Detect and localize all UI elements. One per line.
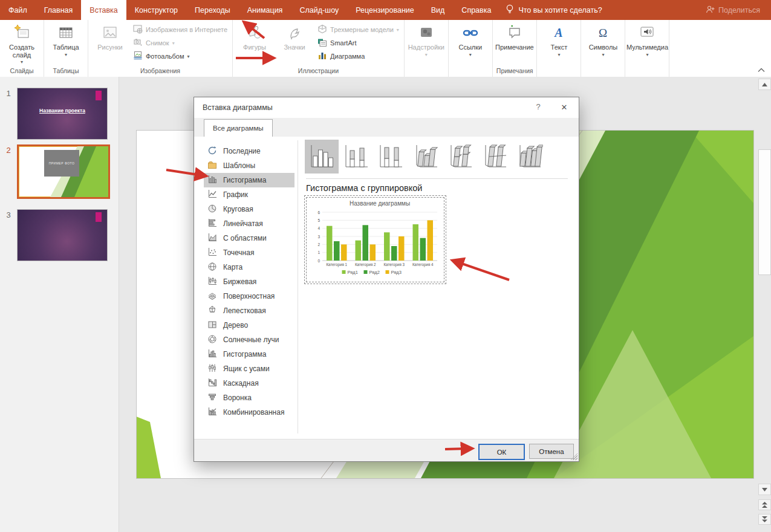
dropdown-caret-icon: ▾ — [646, 52, 648, 57]
chart-type-funnel[interactable]: Воронка — [204, 391, 294, 405]
ribbon-button-label: Таблица — [53, 44, 79, 51]
tab-file[interactable]: Файл — [0, 0, 36, 20]
ok-button[interactable]: ОК — [478, 444, 525, 460]
tab-animations[interactable]: Анимация — [239, 0, 291, 20]
chart-type-waterfall[interactable]: Каскадная — [204, 376, 294, 391]
scroll-up-button[interactable] — [758, 79, 771, 90]
ribbon-button-smartart[interactable]: SmartArt — [315, 36, 402, 50]
chart-type-map[interactable]: Карта — [204, 260, 294, 274]
svg-text:Категория 4: Категория 4 — [412, 262, 434, 267]
dialog-resize-grip[interactable] — [570, 453, 577, 460]
ribbon-button-new-slide[interactable]: Создать слайд▾ — [2, 22, 41, 65]
cancel-button[interactable]: Отмена — [529, 444, 574, 459]
ribbon-group-label — [584, 66, 622, 76]
boxwhisker-icon — [207, 363, 217, 375]
chart-type-templates[interactable]: Шаблоны — [204, 158, 294, 173]
chart-type-bar[interactable]: Линейчатая — [204, 216, 294, 231]
dialog-body: ПоследниеШаблоныГистограммаГрафикКругова… — [194, 137, 579, 440]
chart-type-boxwhisker[interactable]: Ящик с усами — [204, 362, 294, 376]
tell-me-search[interactable]: Что вы хотите сделать? — [506, 0, 602, 20]
chart-type-radar[interactable]: Лепестковая — [204, 303, 294, 318]
chart-type-recent[interactable]: Последние — [204, 144, 294, 158]
scroll-down-button[interactable] — [758, 484, 771, 495]
dropdown-caret-icon: ▾ — [187, 54, 190, 59]
ribbon-button-online-pictures: Изображения в Интернете — [131, 23, 230, 36]
chart-type-label: Лепестковая — [223, 307, 266, 315]
tab-help[interactable]: Справка — [453, 0, 499, 20]
insert-chart-dialog: Вставка диаграммы ? ✕ Все диаграммы Посл… — [194, 97, 579, 462]
tab-transitions[interactable]: Переходы — [186, 0, 239, 20]
svg-text:Категория 1: Категория 1 — [326, 262, 347, 267]
chart-type-stock[interactable]: Биржевая — [204, 274, 294, 289]
radar-icon — [207, 305, 217, 317]
ribbon-button-pictures: Рисунки — [91, 22, 129, 51]
dialog-help-button[interactable]: ? — [530, 102, 546, 114]
app-tabbar: ФайлГлавнаяВставкаКонструкторПереходыАни… — [0, 0, 771, 20]
ribbon-group-Таблицы: Таблица▾Таблицы — [44, 20, 88, 77]
ribbon-button-text[interactable]: AТекст▾ — [539, 22, 578, 57]
collapse-ribbon-button[interactable] — [756, 66, 766, 75]
ribbon-button-photo-album[interactable]: Фотоальбом▾ — [131, 50, 230, 63]
ribbon-group-g4: Надстройки▾ — [405, 20, 449, 77]
slide-thumbnail-3[interactable] — [17, 209, 108, 261]
ribbon-button-addins: Надстройки▾ — [407, 22, 446, 57]
ribbon-button-shapes: Фигуры — [235, 22, 274, 51]
svg-text:Ряд2: Ряд2 — [369, 270, 380, 275]
chart-type-sunburst[interactable]: Солнечные лучи — [204, 332, 294, 347]
chart-preview[interactable]: Название диаграммы0123456Категория 1Кате… — [306, 197, 444, 282]
tab-home[interactable]: Главная — [36, 0, 82, 20]
tab-slideshow[interactable]: Слайд-шоу — [291, 0, 347, 20]
svg-text:Категория 2: Категория 2 — [355, 262, 376, 267]
svg-text:4: 4 — [317, 226, 320, 230]
chart-type-area[interactable]: С областями — [204, 231, 294, 245]
ribbon-group-Слайды: Создать слайд▾Слайды — [0, 20, 44, 77]
ribbon-button-chart[interactable]: Диаграмма — [315, 50, 402, 63]
tab-all-charts[interactable]: Все диаграммы — [204, 119, 273, 137]
dropdown-caret-icon: ▾ — [558, 52, 560, 57]
subtype-heading: Гистограмма с группировкой — [306, 183, 422, 193]
ribbon-button-icons: Значки — [275, 22, 314, 51]
chart-type-line[interactable]: График — [204, 187, 294, 202]
chart-subtype-clustered[interactable] — [305, 140, 339, 174]
ribbon-button-label: Диаграмма — [330, 53, 365, 60]
treemap-icon — [207, 320, 217, 331]
ribbon-button-comment[interactable]: Примечание — [495, 22, 534, 51]
chart-type-treemap[interactable]: Дерево — [204, 318, 294, 332]
chart-subtype-stacked100[interactable] — [374, 140, 408, 174]
dialog-close-button[interactable]: ✕ — [555, 101, 574, 114]
ribbon-button-links[interactable]: Ссылки▾ — [451, 22, 490, 57]
chart-type-combo[interactable]: Комбинированная — [204, 405, 294, 420]
ribbon-button-table[interactable]: Таблица▾ — [47, 22, 85, 57]
chart-type-label: Каскадная — [223, 379, 259, 388]
dialog-titlebar[interactable]: Вставка диаграммы ? ✕ — [194, 97, 579, 118]
tab-view[interactable]: Вид — [423, 0, 454, 20]
chart-type-scatter[interactable]: Точечная — [204, 245, 294, 260]
chart-icon — [317, 51, 327, 62]
ribbon-group-label: Иллюстрации — [235, 66, 402, 76]
tab-design[interactable]: Конструктор — [126, 0, 186, 20]
next-slide-button[interactable] — [758, 514, 771, 525]
slide-thumbnail-1[interactable]: Название проекта — [17, 88, 108, 140]
svg-text:2: 2 — [317, 242, 320, 247]
tab-insert[interactable]: Вставка — [81, 0, 126, 20]
ribbon-button-media[interactable]: Мультимедиа▾ — [628, 22, 666, 57]
text-icon: A — [550, 24, 567, 42]
chart-subtype-3d-stacked[interactable] — [443, 140, 477, 174]
slide-thumbnail-2[interactable]: ПРИМЕР ФОТО — [17, 144, 110, 199]
ribbon-button-symbols[interactable]: ΩСимволы▾ — [584, 22, 622, 57]
vertical-scrollbar-thumb[interactable] — [758, 149, 771, 275]
tab-review[interactable]: Рецензирование — [347, 0, 423, 20]
chart-subtype-3d-clustered[interactable] — [408, 140, 442, 174]
chart-type-label: Биржевая — [223, 277, 256, 286]
previous-slide-button[interactable] — [758, 499, 771, 510]
chart-type-pie[interactable]: Круговая — [204, 202, 294, 216]
chart-type-column[interactable]: Гистограмма — [204, 173, 294, 187]
chart-type-histogram-2[interactable]: Гистограмма — [204, 347, 294, 362]
chart-subtype-3d-stacked100[interactable] — [477, 140, 511, 174]
chart-subtype-3d-column[interactable] — [512, 140, 545, 174]
waterfall-icon — [207, 378, 217, 389]
chart-type-surface[interactable]: Поверхностная — [204, 289, 294, 303]
ribbon-button-label: Текст — [551, 44, 568, 51]
chart-subtype-stacked[interactable] — [339, 140, 373, 174]
share-button[interactable]: Поделиться — [706, 0, 771, 20]
